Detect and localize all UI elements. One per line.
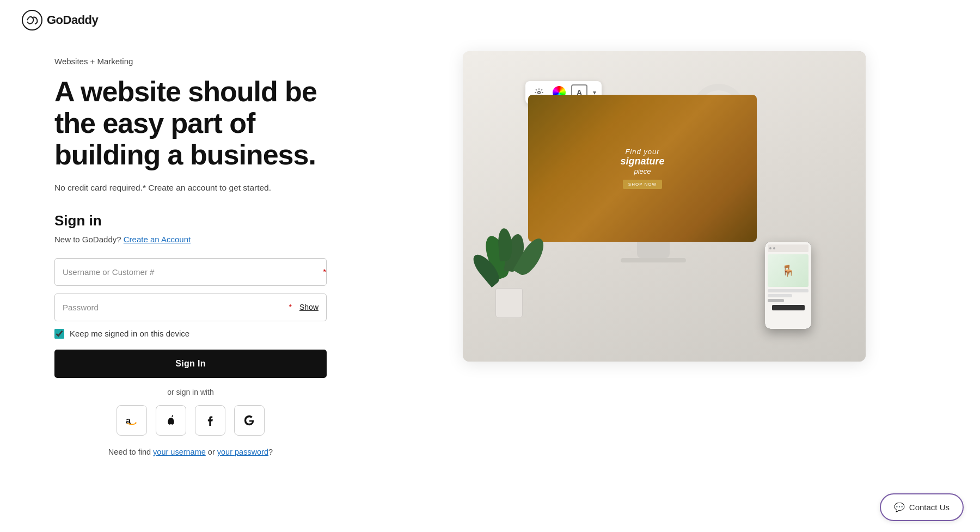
section-label: Websites + Marketing	[54, 57, 327, 66]
phone-subtitle-line	[768, 294, 792, 297]
scene: A ▾ Find your signature piece S	[463, 51, 866, 362]
phone: 🪑	[765, 242, 811, 329]
phone-price-line	[768, 299, 784, 302]
facebook-icon	[205, 414, 216, 426]
phone-cta-button	[772, 305, 805, 310]
monitor-content: Find your signature piece SHOP NOW	[620, 148, 664, 189]
sign-in-title: Sign in	[54, 212, 327, 229]
google-signin-button[interactable]	[234, 405, 265, 436]
username-required: *	[323, 267, 326, 276]
contact-us-button[interactable]: 💬 Contact Us	[880, 493, 964, 521]
password-input[interactable]	[55, 294, 288, 321]
phone-screen: 🪑	[765, 242, 811, 329]
phone-title-line	[768, 289, 808, 292]
username-form-group: *	[54, 258, 327, 286]
chat-icon: 💬	[894, 502, 905, 512]
keep-signed-in-row: Keep me signed in on this device	[54, 329, 327, 339]
left-panel: Websites + Marketing A website should be…	[0, 40, 370, 489]
apple-signin-button[interactable]	[156, 405, 186, 436]
amazon-signin-button[interactable]: a	[117, 405, 147, 436]
logo[interactable]: GoDaddy	[22, 10, 98, 30]
or-text: or sign in with	[54, 388, 327, 396]
main-layout: Websites + Marketing A website should be…	[0, 40, 980, 532]
godaddy-logo-icon	[22, 10, 42, 30]
apple-icon	[166, 414, 176, 426]
recovery-links: Need to find your username or your passw…	[54, 448, 327, 456]
new-account-prompt: New to GoDaddy? Create an Account	[54, 235, 327, 244]
find-username-link[interactable]: your username	[153, 448, 206, 456]
amazon-icon: a	[126, 414, 138, 426]
username-input[interactable]	[55, 259, 322, 285]
headline: A website should be the easy part of bui…	[54, 76, 327, 171]
create-account-link[interactable]: Create an Account	[124, 235, 191, 244]
phone-product-image: 🪑	[768, 254, 808, 287]
header: GoDaddy	[0, 0, 980, 40]
svg-point-0	[22, 10, 42, 30]
monitor: Find your signature piece SHOP NOW	[528, 95, 779, 269]
contact-us-label: Contact Us	[909, 503, 950, 512]
monitor-stand	[637, 242, 670, 258]
subtext: No credit card required.* Create an acco…	[54, 183, 327, 193]
sign-in-button[interactable]: Sign In	[54, 350, 327, 378]
phone-dot-1	[769, 247, 771, 249]
facebook-signin-button[interactable]	[195, 405, 225, 436]
phone-header	[768, 244, 808, 252]
svg-line-2	[135, 422, 136, 423]
phone-dot-2	[773, 247, 775, 249]
monitor-screen: Find your signature piece SHOP NOW	[528, 95, 757, 242]
plant	[485, 198, 534, 318]
social-signin-row: a	[54, 405, 327, 436]
username-input-wrapper: *	[54, 258, 327, 286]
google-icon	[244, 415, 255, 426]
monitor-base	[621, 258, 686, 262]
show-password-button[interactable]: Show	[292, 303, 326, 311]
keep-signed-in-checkbox[interactable]	[54, 329, 64, 339]
password-input-wrapper: * Show	[54, 293, 327, 321]
password-form-group: * Show	[54, 293, 327, 321]
svg-point-3	[538, 91, 541, 94]
plant-pot	[495, 288, 523, 318]
logo-text: GoDaddy	[47, 13, 98, 27]
find-password-link[interactable]: your password	[217, 448, 268, 456]
plant-leaves	[485, 201, 534, 293]
keep-signed-in-label[interactable]: Keep me signed in on this device	[70, 329, 189, 338]
hero-image: A ▾ Find your signature piece S	[463, 51, 866, 362]
right-panel: A ▾ Find your signature piece S	[370, 40, 980, 372]
